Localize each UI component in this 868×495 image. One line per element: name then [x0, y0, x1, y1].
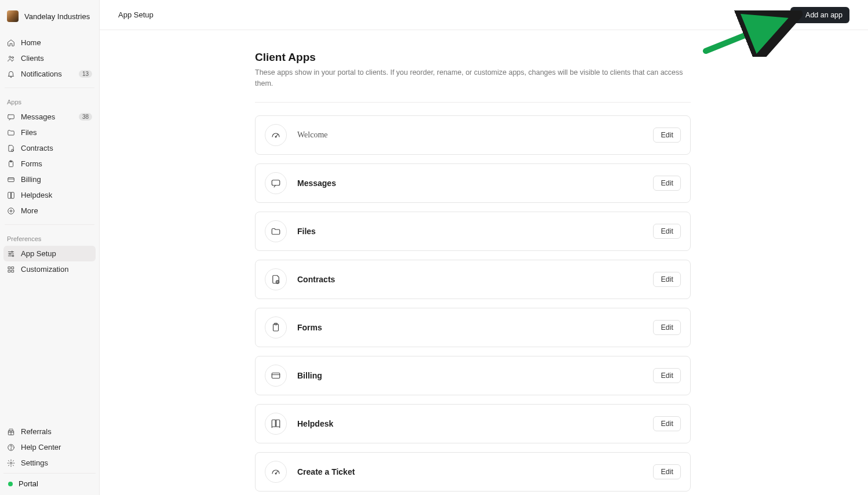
- edit-button[interactable]: Edit: [653, 224, 681, 239]
- notifications-badge: 13: [79, 70, 92, 78]
- sidebar-item-label: Files: [21, 128, 92, 137]
- plus-icon: +: [797, 11, 802, 19]
- divider: [5, 224, 94, 225]
- plus-circle-icon: [7, 207, 15, 215]
- home-icon: [7, 39, 15, 47]
- edit-button[interactable]: Edit: [653, 272, 681, 287]
- sidebar-item-label: More: [21, 206, 92, 215]
- svg-rect-12: [12, 267, 14, 269]
- svg-rect-11: [8, 267, 10, 269]
- sidebar-item-label: Clients: [21, 54, 92, 63]
- app-name: Contracts: [297, 275, 653, 284]
- section-label-preferences: Preferences: [3, 231, 96, 246]
- svg-rect-14: [12, 270, 14, 272]
- sidebar-item-customization[interactable]: Customization: [3, 261, 96, 277]
- edit-button[interactable]: Edit: [653, 320, 681, 335]
- app-name: Welcome: [297, 130, 653, 140]
- svg-rect-25: [272, 373, 280, 378]
- app-row[interactable]: MessagesEdit: [255, 163, 691, 203]
- contract-icon: [265, 268, 287, 290]
- app-name: Files: [297, 227, 653, 236]
- sidebar-item-label: Home: [21, 38, 92, 47]
- edit-button[interactable]: Edit: [653, 368, 681, 383]
- sidebar-item-more[interactable]: More: [3, 203, 96, 219]
- app-row[interactable]: HelpdeskEdit: [255, 404, 691, 443]
- app-row[interactable]: FilesEdit: [255, 212, 691, 251]
- gift-icon: [7, 428, 15, 436]
- sidebar-item-forms[interactable]: Forms: [3, 156, 96, 172]
- sidebar-item-label: Helpdesk: [21, 191, 92, 199]
- org-name: Vandelay Industries: [24, 12, 90, 21]
- sidebar-item-label: App Setup: [21, 249, 92, 258]
- svg-point-9: [9, 253, 10, 254]
- sidebar-item-contracts[interactable]: Contracts: [3, 140, 96, 156]
- sidebar-item-notifications[interactable]: Notifications 13: [3, 66, 96, 82]
- svg-point-0: [9, 56, 12, 58]
- sidebar-item-label: Messages: [21, 112, 73, 121]
- edit-button[interactable]: Edit: [653, 176, 681, 191]
- svg-point-1: [12, 56, 13, 58]
- content-scroll[interactable]: Client Apps These apps show in your port…: [100, 30, 868, 495]
- sidebar-item-portal[interactable]: Portal: [3, 473, 96, 493]
- sidebar-item-files[interactable]: Files: [3, 125, 96, 140]
- svg-rect-13: [8, 270, 10, 272]
- sidebar-item-label: Settings: [21, 458, 92, 467]
- edit-button[interactable]: Edit: [653, 416, 681, 431]
- users-icon: [7, 54, 15, 63]
- card-icon: [265, 365, 287, 387]
- add-an-app-button[interactable]: + Add an app: [790, 7, 849, 23]
- app-name: Helpdesk: [297, 419, 653, 428]
- sidebar-item-help-center[interactable]: Help Center: [3, 439, 96, 455]
- sidebar-item-helpdesk[interactable]: Helpdesk: [3, 187, 96, 203]
- grid-icon: [7, 265, 15, 274]
- app-name: Messages: [297, 179, 653, 188]
- message-icon: [265, 172, 287, 194]
- sidebar: Vandelay Industries Home Clients Notific…: [0, 0, 100, 495]
- page-breadcrumb-title: App Setup: [118, 10, 154, 19]
- section-label-apps: Apps: [3, 94, 96, 109]
- sidebar-item-billing[interactable]: Billing: [3, 172, 96, 187]
- sidebar-item-label: Forms: [21, 159, 92, 168]
- gauge-icon: [265, 124, 287, 146]
- page-subtitle: These apps show in your portal to client…: [255, 67, 691, 89]
- message-icon: [7, 113, 15, 121]
- edit-button[interactable]: Edit: [653, 128, 681, 143]
- folder-icon: [265, 220, 287, 242]
- help-icon: [7, 443, 15, 452]
- topbar: App Setup + Add an app: [100, 0, 868, 30]
- messages-badge: 38: [79, 113, 92, 121]
- clipboard-icon: [7, 160, 15, 168]
- sidebar-item-settings[interactable]: Settings: [3, 455, 96, 471]
- folder-icon: [7, 129, 15, 137]
- app-row[interactable]: WelcomeEdit: [255, 115, 691, 155]
- bell-icon: [7, 70, 15, 78]
- app-row[interactable]: BillingEdit: [255, 356, 691, 395]
- app-row[interactable]: FormsEdit: [255, 308, 691, 347]
- sidebar-item-referrals[interactable]: Referrals: [3, 424, 96, 439]
- sidebar-item-label: Contracts: [21, 144, 92, 152]
- sidebar-item-clients[interactable]: Clients: [3, 50, 96, 66]
- app-row[interactable]: ContractsEdit: [255, 260, 691, 299]
- svg-point-20: [275, 136, 276, 137]
- divider: [255, 102, 691, 103]
- edit-button[interactable]: Edit: [653, 464, 681, 479]
- sidebar-item-home[interactable]: Home: [3, 35, 96, 50]
- sidebar-item-app-setup[interactable]: App Setup: [3, 246, 96, 261]
- sidebar-item-label: Referrals: [21, 427, 92, 436]
- app-row[interactable]: Create a TicketEdit: [255, 452, 691, 492]
- app-name: Billing: [297, 371, 653, 380]
- card-icon: [7, 176, 15, 184]
- clipboard-icon: [265, 316, 287, 339]
- sidebar-item-label: Notifications: [21, 70, 73, 78]
- svg-point-17: [11, 449, 12, 449]
- sidebar-item-label: Portal: [19, 479, 38, 488]
- sidebar-item-messages[interactable]: Messages 38: [3, 109, 96, 125]
- main: App Setup + Add an app Client Apps These…: [100, 0, 868, 495]
- org-switcher[interactable]: Vandelay Industries: [0, 0, 99, 32]
- sliders-icon: [7, 250, 15, 258]
- svg-rect-21: [272, 180, 280, 185]
- divider: [5, 88, 94, 88]
- svg-rect-6: [8, 177, 14, 181]
- org-logo: [7, 10, 19, 22]
- svg-point-3: [12, 149, 13, 151]
